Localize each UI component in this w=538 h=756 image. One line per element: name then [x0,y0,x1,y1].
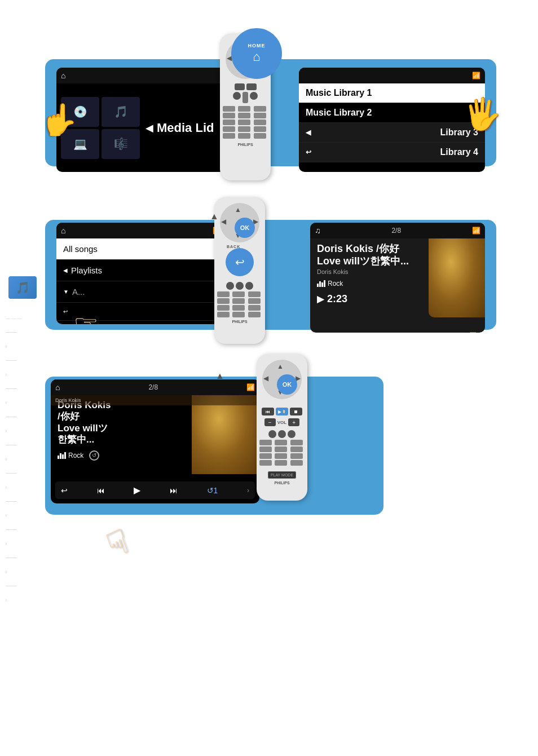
remote-play-btn[interactable]: ▶⏸ [276,408,288,415]
remote-num-s3-6[interactable] [290,446,303,452]
remote-num-s2-11[interactable] [232,312,245,317]
remote-btn-c[interactable] [233,92,241,100]
remote-num-s2-5[interactable] [232,298,245,304]
home-button[interactable]: HOME ⌂ [231,28,282,79]
section1: HOME ⌂ ⌂ 📶 💿 🎵 💻 🎼 ◀ Media Lid ▲ [56,68,485,180]
remote-num-s3-8[interactable] [275,453,287,459]
remote-num-1[interactable] [223,106,235,112]
remote-num-s3-1[interactable] [259,440,272,445]
s3-bar-3 [62,454,64,459]
repeat-ctrl-btn[interactable]: ↺1 [207,486,218,495]
remote-num-12[interactable] [254,126,266,132]
remote-num-s3-9[interactable] [290,453,303,459]
next-ctrl-btn[interactable]: ⏭ [170,486,178,495]
remote-num-s3-3[interactable] [290,440,303,445]
music-library-list: Music Library 1 Music Library 2 ◀ Librar… [299,83,485,162]
undo-s2: ↩ [63,308,68,315]
remote-num-10[interactable] [223,126,235,132]
remote-btn-d[interactable] [242,92,248,103]
remote-num-s3-4[interactable] [259,446,272,452]
remote-left-s3[interactable]: ◀ [263,374,268,382]
remote-num-s3-12[interactable] [290,460,303,466]
remote-num-s2-7[interactable] [217,305,230,311]
remote-round-s3-3[interactable] [288,430,296,438]
music-lib-label-2: Music Library 2 [306,108,372,118]
remote-row-s3-1 [259,430,305,438]
remote-num-5[interactable] [238,113,250,118]
remote-s3: ▲ ▼ ◀ ▶ OK ⏮ ▶⏸ ⏹ − VOL + [251,354,313,506]
remote-num-6[interactable] [254,113,266,118]
music-lib-item-3[interactable]: ◀ Library 3 [299,123,485,143]
page-dot-7: i [6,485,21,490]
remote-row-s2-1 [217,282,262,290]
remote-btn-a[interactable] [235,83,245,90]
menu-item-artists[interactable]: ▼ A... [56,281,226,303]
remote-btn-b[interactable] [246,83,257,90]
remote-num-s2-4[interactable] [217,298,230,304]
music-lib-item-1[interactable]: Music Library 1 [299,83,485,103]
back-ctrl-btn[interactable]: ↩ [61,486,68,495]
nowplay-header: ♫ 2/8 📶 [310,223,485,238]
menu-item-allsongs[interactable]: All songs [56,238,226,260]
remote-playback-row: ⏮ ▶⏸ ⏹ [259,408,305,415]
playmode-badge[interactable]: PLAY MODE [268,471,296,479]
remote-round-s2-3[interactable] [245,282,253,290]
home-sym-s3: ⌂ [55,383,60,392]
remote-ok-s2[interactable]: OK [235,218,255,238]
remote-round-s2-2[interactable] [236,282,244,290]
remote-round-s3-2[interactable] [278,430,286,438]
remote-num-14[interactable] [238,133,250,139]
remote-num-s3-5[interactable] [275,446,287,452]
remote-num-13[interactable] [223,133,235,139]
bar-4 [324,280,325,287]
remote-num-3[interactable] [254,106,266,112]
music-lib-item-2[interactable]: Music Library 2 [299,103,485,123]
arrow-s2-1: ◀ [63,267,68,273]
remote-num-s2-3[interactable] [248,291,261,297]
prev-ctrl-btn[interactable]: ⏮ [97,486,105,495]
vol-minus-btn[interactable]: − [264,418,276,426]
remote-stop-btn[interactable]: ⏹ [290,408,302,415]
more-ctrl: › [247,487,249,494]
remote-up-s2[interactable]: ▲ [235,206,241,214]
remote-num-s3-11[interactable] [275,460,287,466]
remote-num-s2-10[interactable] [217,312,230,317]
shuffle-icon[interactable]: ↺ [89,450,99,461]
remote-num-9[interactable] [254,120,266,125]
remote-num-8[interactable] [238,120,250,125]
remote-num-s2-6[interactable] [248,298,261,304]
remote-left-s2[interactable]: ◀ [221,218,226,226]
remote-up-s3[interactable]: ▲ [277,362,284,370]
menu-item-playlists[interactable]: ◀ Playlists [56,260,226,281]
play-ctrl-btn[interactable]: ▶ [134,485,140,496]
remote-num-15[interactable] [254,133,266,139]
ok-label-s2: OK [240,224,250,231]
remote-num-s3-2[interactable] [275,440,287,445]
remote-round-s2-1[interactable] [226,282,234,290]
remote-num-2[interactable] [238,106,250,112]
remote-round-s3-1[interactable] [268,430,276,438]
remote-num-s2-2[interactable] [232,291,245,297]
music-lib-item-4[interactable]: ↩ Library 4 [299,143,485,162]
genre-bars-icon [317,280,325,287]
vol-plus-btn[interactable]: + [288,418,299,426]
menu-label-playlists: Playlists [71,266,102,275]
remote-num-s2-1[interactable] [217,291,230,297]
back-button[interactable]: ↩ [226,248,254,276]
remote-num-11[interactable] [238,126,250,132]
remote-num-7[interactable] [223,120,235,125]
remote-prev-btn[interactable]: ⏮ [262,408,274,415]
bar-1 [317,284,319,287]
remote-btn-e[interactable] [250,92,258,100]
page-line-5 [6,445,17,445]
signal-icon-right: 📶 [472,72,480,79]
genre-label-s2: Rock [328,280,343,288]
remote-num-s3-7[interactable] [259,453,272,459]
remote-num-s2-12[interactable] [248,312,261,317]
remote-num-4[interactable] [223,113,235,118]
menu-screen: ⌂ 📶 All songs ◀ Playlists ▼ A... ↩ ☞ [56,223,226,324]
remote-ok-s3[interactable]: OK [277,374,297,395]
remote-num-s2-9[interactable] [248,305,261,311]
remote-num-s2-8[interactable] [232,305,245,311]
remote-num-s3-10[interactable] [259,460,272,466]
